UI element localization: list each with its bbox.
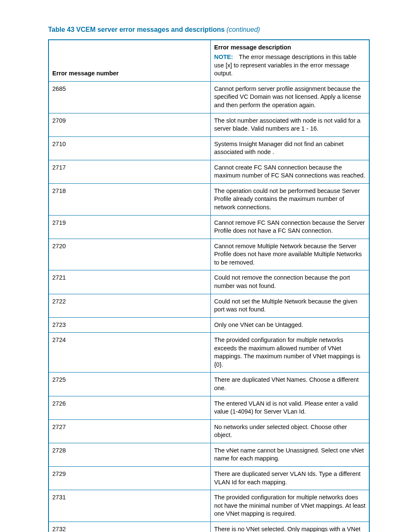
error-number-cell: 2728 [49,443,211,466]
table-row: 2685Cannot perform server profile assign… [49,81,369,113]
table-body: 2685Cannot perform server profile assign… [49,81,369,532]
table-row: 2728The vNet name cannot be Unassigned. … [49,443,369,466]
table-row: 2709The slot number associated with node… [49,113,369,136]
error-number-cell: 2719 [49,215,211,239]
error-description-cell: Cannot remove FC SAN connection because … [211,215,370,239]
note-label: NOTE: [214,54,233,60]
desc-heading: Error message description [214,44,366,52]
error-description-cell: The operation could not be performed bec… [211,183,370,215]
table-row: 2710Systems Insight Manager did not find… [49,136,369,160]
error-messages-table: Error message number Error message descr… [48,39,370,532]
error-description-cell: The provided configuration for multiple … [211,490,370,522]
error-description-cell: The slot number associated with node is … [211,113,370,136]
table-row: 2723Only one VNet can be Untagged. [49,317,369,333]
table-title: Table 43 VCEM server error messages and … [48,25,370,34]
error-number-cell: 2720 [49,239,211,270]
document-page: Table 43 VCEM server error messages and … [0,0,399,532]
error-description-cell: Systems Insight Manager did not find an … [211,136,370,160]
error-description-cell: Cannot create FC SAN connection because … [211,160,370,183]
error-number-cell: 2731 [49,490,211,522]
error-description-cell: There are duplicated server VLAN Ids. Ty… [211,466,370,490]
table-row: 2717Cannot create FC SAN connection beca… [49,160,369,183]
column-header-number: Error message number [49,40,211,82]
error-number-cell: 2726 [49,396,211,419]
error-number-cell: 2717 [49,160,211,183]
error-description-cell: There are duplicated VNet Names. Choose … [211,373,370,396]
table-row: 2719Cannot remove FC SAN connection beca… [49,215,369,239]
error-description-cell: Could not remove the connection because … [211,270,370,294]
table-row: 2731The provided configuration for multi… [49,490,369,522]
table-row: 2722Could not set the Multiple Network b… [49,294,369,317]
error-description-cell: The provided configuration for multiple … [211,333,370,373]
column-header-description: Error message description NOTE:The error… [211,40,370,82]
error-number-cell: 2725 [49,373,211,396]
error-number-cell: 2729 [49,466,211,490]
error-number-cell: 2718 [49,183,211,215]
error-description-cell: No networks under selected object. Choos… [211,419,370,443]
desc-note-line: NOTE:The error message descriptions in t… [214,53,366,78]
table-row: 2729There are duplicated server VLAN Ids… [49,466,369,490]
error-description-cell: Cannot remove Multiple Network because t… [211,239,370,270]
error-number-cell: 2710 [49,136,211,160]
error-number-cell: 2721 [49,270,211,294]
table-title-continued: (continued) [227,26,260,33]
error-number-cell: 2685 [49,81,211,113]
error-number-cell: 2724 [49,333,211,373]
error-number-cell: 2723 [49,317,211,333]
table-row: 2721Could not remove the connection beca… [49,270,369,294]
table-row: 2727No networks under selected object. C… [49,419,369,443]
table-row: 2718The operation could not be performed… [49,183,369,215]
error-number-cell: 2727 [49,419,211,443]
table-row: 2732There is no VNet selected. Only mapp… [49,522,369,532]
error-number-cell: 2709 [49,113,211,136]
error-description-cell: Only one VNet can be Untagged. [211,317,370,333]
error-description-cell: Cannot perform server profile assignment… [211,81,370,113]
table-row: 2720Cannot remove Multiple Network becau… [49,239,369,270]
error-number-cell: 2722 [49,294,211,317]
note-text: The error message descriptions in this t… [214,54,356,77]
error-number-cell: 2732 [49,522,211,532]
error-description-cell: There is no VNet selected. Only mappings… [211,522,370,532]
table-row: 2725There are duplicated VNet Names. Cho… [49,373,369,396]
error-description-cell: The entered VLAN id is not valid. Please… [211,396,370,419]
error-description-cell: Could not set the Multiple Network becau… [211,294,370,317]
error-description-cell: The vNet name cannot be Unassigned. Sele… [211,443,370,466]
table-title-prefix: Table 43 VCEM server error messages and … [48,26,225,33]
table-row: 2724The provided configuration for multi… [49,333,369,373]
table-row: 2726The entered VLAN id is not valid. Pl… [49,396,369,419]
